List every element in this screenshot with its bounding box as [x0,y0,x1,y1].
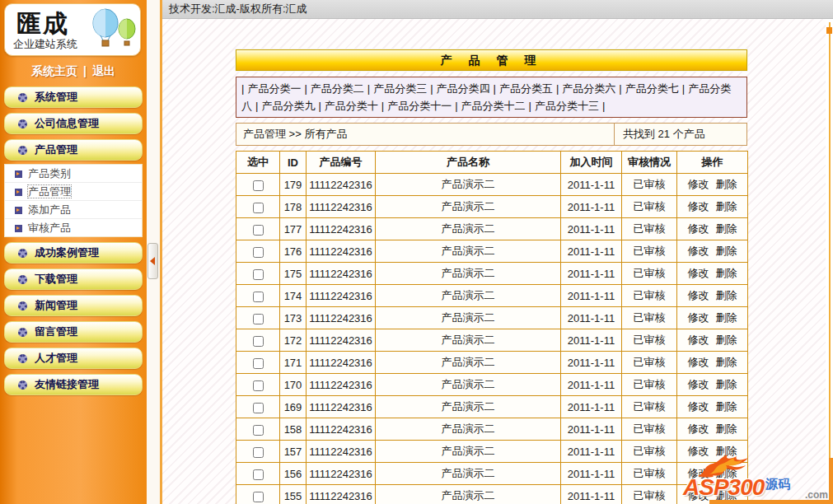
submenu-item-product-review[interactable]: 审核产品 [5,219,142,236]
sidebar-item-friend-links[interactable]: 友情链接管理 [4,374,143,395]
row-checkbox[interactable] [253,447,264,458]
watermark-brand: ASP300 [683,474,764,500]
table-row: 177 11112242316 产品演示二 2011-1-11 已审核 修改删除 [236,218,748,240]
sidebar-item-system[interactable]: 系统管理 [4,86,143,108]
row-id: 157 [280,441,307,463]
delete-link[interactable]: 删除 [716,334,737,346]
row-checkbox[interactable] [253,203,264,213]
category-link[interactable]: 产品分类二 [311,82,364,95]
row-checkbox[interactable] [253,314,264,324]
sidebar-item-product[interactable]: 产品管理 [4,139,143,161]
sidebar-item-company-info[interactable]: 公司信息管理 [4,113,143,134]
cell-actions: 修改删除 [677,307,748,329]
sidebar-item-message[interactable]: 留言管理 [4,321,143,343]
edit-link[interactable]: 修改 [688,378,709,390]
row-checkbox[interactable] [253,358,264,369]
cell-actions: 修改删除 [677,240,748,263]
sidebar-item-download[interactable]: 下载管理 [4,268,143,290]
row-checkbox[interactable] [253,425,264,436]
category-link[interactable]: 产品分类十 [325,100,378,112]
row-checkbox[interactable] [253,380,264,391]
row-status: 已审核 [622,329,677,352]
submenu-item-product-add[interactable]: 添加产品 [5,201,142,219]
category-link[interactable]: 产品分类六 [562,82,615,95]
sidebar-item-news[interactable]: 新闻管理 [4,295,143,316]
category-link[interactable]: 产品分类十三 [535,100,599,112]
submenu-item-product-category[interactable]: 产品类别 [5,165,142,183]
edit-link[interactable]: 修改 [688,222,709,235]
menu-label: 成功案例管理 [35,246,99,259]
row-checkbox[interactable] [253,225,264,236]
sidebar-item-talent[interactable]: 人才管理 [4,348,143,369]
edit-link[interactable]: 修改 [688,267,709,279]
row-checkbox[interactable] [253,403,264,413]
row-code: 11112242316 [307,485,376,504]
cell-actions: 修改删除 [677,352,748,374]
category-link[interactable]: 产品分类七 [625,82,679,95]
row-status: 已审核 [622,441,677,463]
delete-link[interactable]: 删除 [716,311,737,324]
menu-label: 留言管理 [35,325,77,338]
row-name: 产品演示二 [376,418,561,441]
logout-link[interactable]: 退出 [92,64,115,77]
topbar-text: 技术开发:汇成-版权所有:汇成 [169,2,307,15]
submenu-label: 添加产品 [28,203,71,216]
delete-link[interactable]: 删除 [716,400,737,413]
sidebar-collapse-handle[interactable] [147,243,158,279]
edit-link[interactable]: 修改 [688,356,709,368]
product-table: 选中 ID 产品编号 产品名称 加入时间 审核情况 操作 179 1111224… [236,151,748,504]
category-link[interactable]: 产品分类十一 [387,100,452,112]
category-link[interactable]: 产品分类五 [499,82,553,95]
scrollbar-thumb[interactable] [826,27,832,34]
row-checkbox[interactable] [253,180,264,191]
row-name: 产品演示二 [376,329,561,352]
edit-link[interactable]: 修改 [688,178,709,190]
delete-link[interactable]: 删除 [716,356,737,368]
row-code: 11112242316 [307,418,376,441]
delete-link[interactable]: 删除 [716,289,737,301]
separator: | [318,100,321,112]
product-table-body: 179 11112242316 产品演示二 2011-1-11 已审核 修改删除… [236,174,748,504]
row-checkbox[interactable] [253,247,264,258]
category-link[interactable]: 产品分类九 [261,100,315,112]
edit-link[interactable]: 修改 [688,245,709,257]
edit-link[interactable]: 修改 [688,289,709,301]
edit-link[interactable]: 修改 [688,422,709,435]
col-date: 加入时间 [561,152,622,174]
submenu-item-product-manage[interactable]: 产品管理 [5,183,142,201]
collapse-arrow-icon [150,257,155,265]
row-checkbox[interactable] [253,292,264,302]
row-status: 已审核 [622,174,677,196]
category-link[interactable]: 产品分类十二 [461,100,526,112]
row-checkbox[interactable] [253,269,264,280]
col-id: ID [280,152,307,174]
table-row: 178 11112242316 产品演示二 2011-1-11 已审核 修改删除 [236,196,748,218]
edit-link[interactable]: 修改 [688,200,709,212]
delete-link[interactable]: 删除 [716,200,737,212]
edit-link[interactable]: 修改 [688,311,709,324]
delete-link[interactable]: 删除 [716,422,737,435]
sidebar-item-success-case[interactable]: 成功案例管理 [4,242,143,264]
link-separator: | [83,64,87,77]
category-link[interactable]: 产品分类四 [437,82,490,95]
gear-icon [18,301,27,310]
home-link[interactable]: 系统主页 [31,64,77,77]
sidebar-gutter [147,0,162,504]
scrollbar[interactable] [826,19,833,504]
col-select: 选中 [236,152,280,174]
edit-link[interactable]: 修改 [688,400,709,413]
delete-link[interactable]: 删除 [716,222,737,235]
row-id: 177 [280,218,307,240]
delete-link[interactable]: 删除 [716,267,737,279]
delete-link[interactable]: 删除 [716,245,737,257]
row-checkbox[interactable] [253,336,264,347]
category-links: |产品分类一|产品分类二|产品分类三|产品分类四|产品分类五|产品分类六|产品分… [236,77,747,118]
category-link[interactable]: 产品分类一 [247,82,301,95]
row-checkbox[interactable] [253,469,264,480]
category-link[interactable]: 产品分类三 [373,82,427,95]
logo-title: 匯成 [16,7,69,41]
row-checkbox[interactable] [253,492,264,502]
delete-link[interactable]: 删除 [716,378,737,390]
edit-link[interactable]: 修改 [688,334,709,346]
delete-link[interactable]: 删除 [716,178,737,190]
